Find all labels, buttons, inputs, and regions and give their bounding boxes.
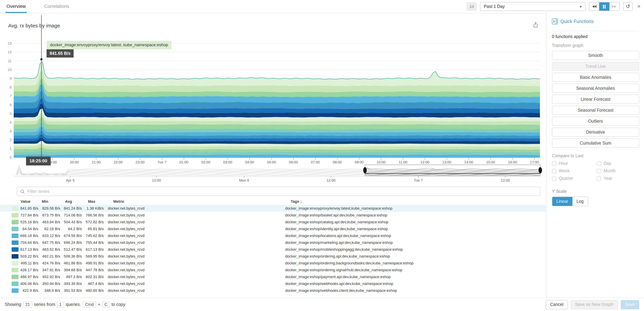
x-axis-tick-label: 21:00 xyxy=(92,160,101,164)
cell-value: 841.65 B/s xyxy=(19,206,39,210)
table-row[interactable]: 525.16 B/s463.64 B/s504.43 B/s572.82 B/s… xyxy=(0,218,546,225)
cell-max: 480.65 B/s xyxy=(82,288,104,292)
table-row[interactable]: 426.17 B/s347.91 B/s394.68 B/s447.78 B/s… xyxy=(0,266,546,273)
compare-checkbox-month[interactable]: Month xyxy=(597,169,639,173)
cell-min: 347.91 B/s xyxy=(39,268,61,272)
series-color-swatch xyxy=(12,288,18,293)
x-axis-tick-label: 11:00 xyxy=(399,160,408,164)
transform-button-derivative[interactable]: Derivative xyxy=(552,127,639,137)
y-axis-tick-label: 2 xyxy=(10,138,12,142)
y-axis-tick-label: 7 xyxy=(10,94,12,98)
showing-label: Showing xyxy=(5,302,21,307)
hover-tooltip-series: docker_image:envoyproxy/envoy:latest, ku… xyxy=(46,41,172,49)
cancel-button[interactable]: Cancel xyxy=(546,300,568,309)
cell-value: 406.06 B/s xyxy=(19,281,39,286)
rewind-button[interactable] xyxy=(589,3,599,11)
cell-tags: docker_image:eshop/webhooks.client:dev,k… xyxy=(282,288,546,292)
table-row[interactable]: 503.22 B/s462.21 B/s508.36 B/s569.95 B/s… xyxy=(0,253,546,260)
y-scale-option-log[interactable]: Log xyxy=(572,197,588,206)
plus-label: + xyxy=(98,302,100,307)
compare-checkbox-year[interactable]: Year xyxy=(597,176,639,181)
column-header-max[interactable]: Max xyxy=(86,199,110,203)
brush-handle-left[interactable] xyxy=(363,167,367,173)
table-row[interactable]: 704.64 B/s647.75 B/s696.24 B/s755.44 B/s… xyxy=(0,239,546,246)
cell-value: 426.17 B/s xyxy=(19,268,39,272)
transform-button-seasonal-anomalies[interactable]: Seasonal Anomalies xyxy=(552,84,639,93)
y-scale-toggle: LinearLog xyxy=(552,197,588,206)
cell-value: 495.11 B/s xyxy=(19,261,39,265)
x-axis-tick-label: 13:00 xyxy=(442,160,452,164)
table-row[interactable]: 666.18 B/s633.12 B/s674.59 B/s745.62 B/s… xyxy=(0,232,546,239)
cell-min: 633.12 B/s xyxy=(39,234,61,238)
table-row[interactable]: 64.54 B/s62.18 B/s64.2 B/s65.81 B/sdocke… xyxy=(0,225,546,232)
column-header-metric[interactable]: Metric xyxy=(110,199,287,203)
series-color-swatch xyxy=(12,206,18,210)
time-range-dropdown[interactable]: Past 1 Day ▾ xyxy=(480,2,586,11)
table-row[interactable]: 495.11 B/s424.76 B/s461.86 B/s498.91 B/s… xyxy=(0,260,546,266)
column-header-min[interactable]: Min xyxy=(40,199,64,203)
x-axis-tick-label: 03:00 xyxy=(223,160,232,164)
interval-badge: 1d xyxy=(466,3,476,11)
y-axis-tick-label: 4 xyxy=(10,120,12,124)
y-axis-tick-label: 13 xyxy=(8,41,12,45)
cell-min: 673.75 B/s xyxy=(39,213,61,217)
sidebar-divider xyxy=(552,31,639,31)
compare-checkbox-week[interactable]: Week xyxy=(552,169,597,173)
cell-metric: docker.net.bytes_rcvd xyxy=(104,254,282,258)
close-icon[interactable]: × xyxy=(636,3,642,10)
compare-checkbox-quarter[interactable]: Quarter xyxy=(552,176,597,181)
transform-button-outliers[interactable]: Outliers xyxy=(552,116,639,126)
functions-applied-text: 0 functions applied xyxy=(552,34,588,39)
cell-avg: 504.43 B/s xyxy=(61,220,82,224)
table-row[interactable]: 486.97 B/s452.92 B/s497.3 B/s602.31 B/sd… xyxy=(0,273,546,280)
transform-button-linear-forecast[interactable]: Linear Forecast xyxy=(552,95,639,104)
column-header-tags[interactable]: Tags ↓ xyxy=(287,199,546,203)
cell-tags: docker_image:eshop/ordering.api:dev,kube… xyxy=(282,254,546,258)
cell-min: 348.9 B/s xyxy=(39,288,61,292)
transform-button-seasonal-forecast[interactable]: Seasonal Forecast xyxy=(552,106,639,115)
forward-button[interactable] xyxy=(609,3,619,11)
hover-point-dot xyxy=(40,58,43,61)
cell-metric: docker.net.bytes_rcvd xyxy=(104,234,282,238)
cell-max: 766.56 B/s xyxy=(82,213,104,217)
kbd-c: C xyxy=(102,301,110,307)
cell-max: 447.78 B/s xyxy=(82,268,104,272)
transform-button-cumulative-sum[interactable]: Cumulative Sum xyxy=(552,138,639,148)
save-as-new-graph-button[interactable]: Save as New Graph xyxy=(570,300,618,309)
column-header-avg[interactable]: Avg xyxy=(64,199,86,203)
cell-max: 602.31 B/s xyxy=(82,275,104,279)
tab-correlations[interactable]: Correlations xyxy=(44,0,69,13)
save-button[interactable]: Save xyxy=(620,300,639,309)
cell-metric: docker.net.bytes_rcvd xyxy=(104,247,282,251)
cell-metric: docker.net.bytes_rcvd xyxy=(104,281,282,286)
filter-series-input[interactable] xyxy=(17,187,540,196)
checkbox-label: Day xyxy=(604,161,611,166)
quick-functions-header[interactable]: Quick Functions xyxy=(552,19,594,24)
transform-button-smooth[interactable]: Smooth xyxy=(552,51,639,60)
table-row[interactable]: 841.65 B/s829.58 B/s841.24 B/s1.38 KiB/s… xyxy=(0,205,546,212)
tab-overview[interactable]: Overview xyxy=(6,0,26,13)
cell-metric: docker.net.bytes_rcvd xyxy=(104,261,282,265)
cell-tags: docker_image:eshop/basket.api:dev,kube_n… xyxy=(282,213,546,217)
y-scale-option-linear[interactable]: Linear xyxy=(552,197,572,206)
compare-checkbox-day[interactable]: Day xyxy=(597,161,639,166)
column-header-value[interactable]: Value xyxy=(19,199,40,203)
table-row[interactable]: 406.06 B/s350.94 B/s393.39 B/s467.4 B/sd… xyxy=(0,280,546,287)
table-row[interactable]: 727.84 B/s673.75 B/s714.08 B/s766.56 B/s… xyxy=(0,212,546,218)
timeline-minimap[interactable]: Apr 512:00Mon 612:00Tue 712:00 xyxy=(0,164,546,185)
x-axis-tick-label: Tue 7 xyxy=(158,160,166,164)
y-axis-tick-label: 8 xyxy=(10,85,12,89)
cell-metric: docker.net.bytes_rcvd xyxy=(104,206,282,210)
timeseries-chart[interactable]: 01234567891011121319:0020:0021:0022:0023… xyxy=(0,14,546,168)
pause-button[interactable] xyxy=(599,3,610,11)
table-row[interactable]: 617.13 B/s463.52 B/s512.47 B/s617.13 B/s… xyxy=(0,246,546,253)
cell-avg: 512.47 B/s xyxy=(61,247,82,251)
cell-avg: 394.68 B/s xyxy=(61,268,82,272)
transform-button-basic-anomalies[interactable]: Basic Anomalies xyxy=(552,73,639,82)
brush-handle-right[interactable] xyxy=(538,167,542,173)
cell-min: 463.64 B/s xyxy=(39,220,61,224)
cell-value: 422.9 B/s xyxy=(19,288,39,292)
compare-checkbox-hour[interactable]: Hour xyxy=(552,161,597,166)
refresh-button[interactable]: ↺ xyxy=(623,2,633,11)
table-row[interactable]: 422.9 B/s348.9 B/s391.53 B/s480.65 B/sdo… xyxy=(0,287,546,293)
